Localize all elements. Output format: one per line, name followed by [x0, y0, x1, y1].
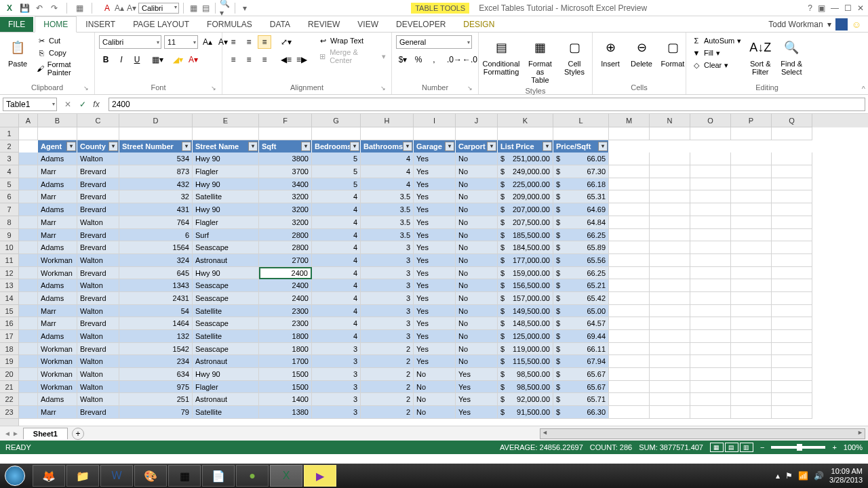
cell[interactable]: 66.25: [553, 229, 609, 242]
home-tab[interactable]: HOME: [35, 16, 77, 33]
cell[interactable]: 1380: [259, 406, 312, 419]
cell[interactable]: Yes: [414, 279, 456, 292]
cell[interactable]: No: [414, 406, 456, 419]
cell[interactable]: Brevard: [77, 178, 119, 191]
border-button[interactable]: ▦▾: [151, 53, 164, 66]
cell[interactable]: [19, 355, 38, 368]
cell[interactable]: No: [456, 152, 498, 165]
file-tab[interactable]: FILE: [0, 17, 33, 32]
cell[interactable]: [609, 381, 650, 394]
cell[interactable]: Workman: [38, 368, 77, 381]
cell[interactable]: No: [456, 216, 498, 229]
row-header[interactable]: 20: [0, 368, 18, 381]
page-break-view-icon[interactable]: ▥: [740, 443, 753, 452]
filter-dropdown-icon[interactable]: ▾: [598, 142, 608, 151]
cell[interactable]: 3: [312, 368, 361, 381]
cell[interactable]: 251,000.00: [498, 152, 553, 165]
sheet-nav-last-icon[interactable]: ►: [12, 430, 19, 437]
cell[interactable]: 4: [312, 267, 361, 280]
formulas-tab[interactable]: FORMULAS: [198, 16, 261, 33]
font-color-button[interactable]: A▾: [186, 53, 200, 66]
insert-cells-button[interactable]: ⊕Insert: [597, 35, 624, 69]
tray-network-icon[interactable]: 📶: [798, 471, 808, 481]
formula-input[interactable]: 2400: [108, 98, 865, 111]
redo-icon[interactable]: ↷: [49, 3, 60, 14]
taskbar-excel-icon[interactable]: X: [270, 465, 302, 487]
row-header[interactable]: 5: [0, 178, 18, 191]
cell[interactable]: [19, 305, 38, 318]
cell[interactable]: [650, 279, 690, 292]
add-sheet-button[interactable]: +: [72, 428, 84, 440]
cell[interactable]: Marr: [38, 216, 77, 229]
cell[interactable]: [609, 216, 650, 229]
cell[interactable]: 3.5: [361, 229, 414, 242]
cell[interactable]: 65.00: [553, 305, 609, 318]
column-header[interactable]: D: [119, 114, 193, 127]
cell[interactable]: 1800: [259, 330, 312, 343]
cell[interactable]: 207,500.00: [498, 216, 553, 229]
cell[interactable]: [19, 127, 38, 140]
sheet-tab[interactable]: Sheet1: [23, 428, 68, 439]
cell[interactable]: 3200: [259, 190, 312, 203]
table-header-cell[interactable]: Bathrooms▾: [361, 140, 414, 153]
cell[interactable]: [650, 267, 690, 280]
align-bottom-icon[interactable]: ≡: [258, 35, 271, 49]
cell[interactable]: Walton: [77, 355, 119, 368]
align-right-icon[interactable]: ≡: [258, 53, 271, 66]
cell[interactable]: Hwy 90: [193, 178, 259, 191]
cell[interactable]: 2: [361, 368, 414, 381]
cell[interactable]: [690, 381, 731, 394]
taskbar-paint-icon[interactable]: 🎨: [134, 465, 167, 487]
zoom-level[interactable]: 100%: [844, 443, 863, 451]
orientation-icon[interactable]: ⤢▾: [279, 35, 293, 49]
cell[interactable]: Marr: [38, 229, 77, 242]
cell[interactable]: 4: [312, 317, 361, 330]
cell[interactable]: 3: [312, 355, 361, 368]
cell[interactable]: 1542: [119, 343, 193, 356]
column-header[interactable]: N: [650, 114, 690, 127]
cell[interactable]: Brevard: [77, 190, 119, 203]
paste-button[interactable]: 📋 Paste: [4, 35, 31, 69]
cell[interactable]: [19, 241, 38, 254]
filter-dropdown-icon[interactable]: ▾: [248, 142, 258, 151]
cell[interactable]: [690, 393, 731, 406]
cell[interactable]: [19, 393, 38, 406]
cell[interactable]: 67.30: [553, 165, 609, 178]
cell[interactable]: Walton: [77, 152, 119, 165]
cell[interactable]: 3700: [259, 165, 312, 178]
cell[interactable]: [772, 305, 812, 318]
table-header-cell[interactable]: Street Name▾: [193, 140, 259, 153]
table-header-cell[interactable]: Price/Sqft▾: [553, 140, 609, 153]
cell[interactable]: 2800: [259, 229, 312, 242]
cell[interactable]: No: [414, 381, 456, 394]
cell[interactable]: [456, 127, 498, 140]
cell[interactable]: Seascape: [193, 279, 259, 292]
cell[interactable]: [19, 292, 38, 305]
cell[interactable]: [609, 229, 650, 242]
cell[interactable]: 3: [361, 317, 414, 330]
cell[interactable]: [731, 267, 772, 280]
cell[interactable]: [772, 127, 812, 140]
number-launcher[interactable]: ↘: [467, 85, 473, 92]
cell[interactable]: No: [456, 254, 498, 267]
taskbar-firefox-icon[interactable]: 🦊: [33, 465, 65, 487]
column-header[interactable]: K: [498, 114, 553, 127]
cell[interactable]: Brevard: [77, 406, 119, 419]
cell[interactable]: 634: [119, 368, 193, 381]
cell[interactable]: [553, 127, 609, 140]
cell[interactable]: [650, 368, 690, 381]
cell[interactable]: 157,000.00: [498, 292, 553, 305]
taskbar-app3-icon[interactable]: ●: [236, 465, 269, 487]
cell[interactable]: [19, 140, 38, 153]
fx-icon[interactable]: fx: [91, 98, 104, 111]
cell[interactable]: Satellite: [193, 330, 259, 343]
design-tab[interactable]: DESIGN: [454, 16, 503, 33]
cell[interactable]: 2: [361, 381, 414, 394]
cell[interactable]: 66.25: [553, 267, 609, 280]
table-header-cell[interactable]: Garage▾: [414, 140, 456, 153]
cell[interactable]: 4: [312, 279, 361, 292]
row-header[interactable]: 13: [0, 279, 18, 292]
cell[interactable]: [731, 140, 772, 153]
percent-format-icon[interactable]: %: [412, 53, 425, 66]
row-header[interactable]: 3: [0, 152, 18, 165]
